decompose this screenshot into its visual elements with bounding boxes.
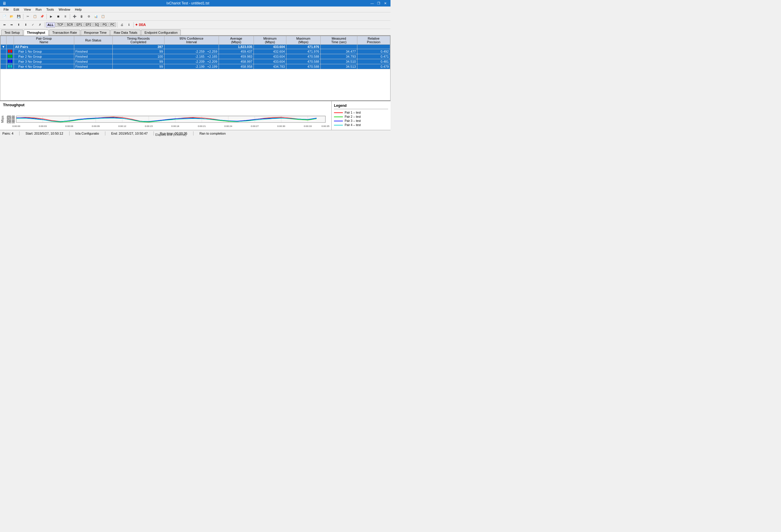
tab-raw-data[interactable]: Raw Data Totals	[110, 30, 140, 35]
chart-button[interactable]: 📊	[93, 13, 99, 20]
delete-button[interactable]: 🗑	[78, 13, 85, 20]
svg-rect-1	[10, 50, 12, 53]
col-header-measured[interactable]: MeasuredTime (sec)	[320, 36, 357, 45]
tb-btn-d[interactable]: ⬇	[23, 22, 29, 28]
expand-cell[interactable]: ▼	[1, 45, 6, 49]
tb-btn-a[interactable]: ⬅	[1, 22, 8, 28]
col-header-confidence[interactable]: 95% ConfidenceInterval	[164, 36, 219, 45]
report-button[interactable]: 📋	[100, 13, 106, 20]
legend-item: Pair 3 -- test	[334, 119, 388, 122]
col-header-maximum[interactable]: Maximum(Mbps)	[286, 36, 320, 45]
table-row[interactable]: ▼ All Pairs 397 1,823.035 433.604 471.97…	[1, 45, 390, 49]
new-button[interactable]: 📄	[1, 13, 8, 20]
scr-button[interactable]: SCR	[65, 23, 74, 27]
tab-bar: Test Setup Throughput Transaction Rate R…	[0, 29, 390, 36]
legend-label-2: Pair 2 -- test	[345, 115, 361, 118]
run-button[interactable]: ▶	[48, 13, 54, 20]
pause-button[interactable]: ⏸	[62, 13, 69, 20]
tab-transaction-rate[interactable]: Transaction Rate	[49, 30, 80, 35]
menu-item-run[interactable]: Run	[33, 7, 44, 12]
toolbar-2: ⬅ ➡ ⬆ ⬇ ✓ ✗ ALL TCP SCR EP1 EP2 SQ PG PC…	[0, 21, 390, 29]
minimum-cell: 433.604	[254, 59, 286, 64]
sq-button[interactable]: SQ	[93, 23, 100, 27]
svg-text:Elapsed time (h:mm:ss): Elapsed time (h:mm:ss)	[155, 133, 187, 136]
open-button[interactable]: 📂	[8, 13, 15, 20]
all-protocol-button[interactable]: ALL	[46, 22, 55, 28]
ep1-button[interactable]: EP1	[75, 23, 84, 27]
timing-cell: 100	[113, 54, 164, 59]
menu-item-help[interactable]: Help	[73, 7, 84, 12]
close-button[interactable]: ✕	[382, 1, 388, 6]
svg-text:0:00:30: 0:00:30	[277, 125, 285, 127]
app-icon: 🖥	[2, 1, 6, 6]
status-cell: Finished	[74, 49, 113, 54]
icon-cell	[6, 49, 14, 54]
props-button[interactable]: ⚙	[85, 13, 92, 20]
paste-button[interactable]: 📌	[39, 13, 45, 20]
menu-item-view[interactable]: View	[22, 7, 33, 12]
results-table: Pair GroupName Run Status Timing Records…	[0, 36, 390, 69]
measured-cell: 34.477	[320, 49, 357, 54]
tab-endpoint-config[interactable]: Endpoint Configuration	[141, 30, 181, 35]
svg-text:0:00:03: 0:00:03	[39, 125, 47, 127]
add-pair-button[interactable]: ➕	[71, 13, 78, 20]
tab-throughput[interactable]: Throughput	[24, 30, 48, 36]
average-cell: 459.983	[219, 54, 254, 59]
restore-button[interactable]: ❐	[376, 1, 382, 6]
svg-text:0:00:21: 0:00:21	[198, 125, 206, 127]
col-header-status[interactable]: Run Status	[74, 36, 113, 45]
chart-section: Throughput 430.00440.00450.00460.00470.0…	[0, 100, 390, 130]
separator-4	[44, 22, 45, 28]
cut-button[interactable]: ✂	[25, 13, 31, 20]
pc-button[interactable]: PC	[109, 23, 116, 27]
menu-item-edit[interactable]: Edit	[11, 7, 22, 12]
tb-btn-b[interactable]: ➡	[8, 22, 15, 28]
col-header-group[interactable]: Pair GroupName	[14, 36, 74, 45]
col-header-minimum[interactable]: Minimum(Mbps)	[254, 36, 286, 45]
table-row[interactable]: Pair 2 No Group Finished 100 -2.165 : +2…	[1, 54, 390, 59]
ep2-button[interactable]: EP2	[84, 23, 93, 27]
tb-btn-f[interactable]: ✗	[37, 22, 43, 28]
tcp-button[interactable]: TCP	[55, 23, 65, 27]
status-cell: Finished	[74, 64, 113, 69]
minimize-button[interactable]: —	[369, 1, 375, 6]
tab-response-time[interactable]: Response Time	[81, 30, 110, 35]
svg-rect-7	[10, 65, 12, 68]
separator-6	[133, 22, 134, 28]
legend-items: Pair 1 -- test Pair 2 -- test Pair 3 -- …	[334, 111, 388, 127]
info-button[interactable]: ℹ	[126, 22, 132, 28]
table-row[interactable]: Pair 1 No Group Finished 99 -2.259 : +2.…	[1, 49, 390, 54]
stop-button[interactable]: ⏹	[55, 13, 61, 20]
copy-button[interactable]: 📋	[32, 13, 38, 20]
col-header-relative[interactable]: RelativePrecision	[357, 36, 390, 45]
svg-rect-5	[10, 60, 12, 63]
save-button[interactable]: 💾	[15, 13, 22, 20]
icon-cell	[6, 45, 14, 49]
legend-line-4	[334, 125, 343, 125]
relative-cell: 0.481	[357, 59, 390, 64]
svg-text:0:00:15: 0:00:15	[145, 125, 153, 127]
status-cell: Finished	[74, 54, 113, 59]
svg-text:480.00: 480.00	[6, 115, 15, 118]
average-cell: 459.437	[219, 49, 254, 54]
table-row[interactable]: Pair 4 No Group Finished 99 -2.199 : +2.…	[1, 64, 390, 69]
legend-label-3: Pair 3 -- test	[345, 119, 361, 122]
menu-item-file[interactable]: File	[1, 7, 11, 12]
status-cell	[74, 45, 113, 49]
window-title: IxChariot Test - untitled1.tst	[166, 1, 209, 5]
confidence-cell	[164, 45, 219, 49]
col-header-average[interactable]: Average(Mbps)	[219, 36, 254, 45]
ixia-logo: ✦ IXIA	[135, 23, 146, 27]
print-button[interactable]: 🖨	[119, 22, 125, 28]
confidence-cell: -2.259 : +2.259	[164, 49, 219, 54]
timing-cell: 99	[113, 49, 164, 54]
menu-item-tools[interactable]: Tools	[44, 7, 56, 12]
menu-item-window[interactable]: Window	[56, 7, 73, 12]
tab-test-setup[interactable]: Test Setup	[1, 30, 23, 35]
col-header-timing[interactable]: Timing RecordsCompleted	[113, 36, 164, 45]
svg-rect-2	[8, 55, 10, 58]
table-row[interactable]: Pair 3 No Group Finished 99 -2.209 : +2.…	[1, 59, 390, 64]
pg-button[interactable]: PG	[101, 23, 108, 27]
tb-btn-e[interactable]: ✓	[30, 22, 36, 28]
tb-btn-c[interactable]: ⬆	[15, 22, 22, 28]
